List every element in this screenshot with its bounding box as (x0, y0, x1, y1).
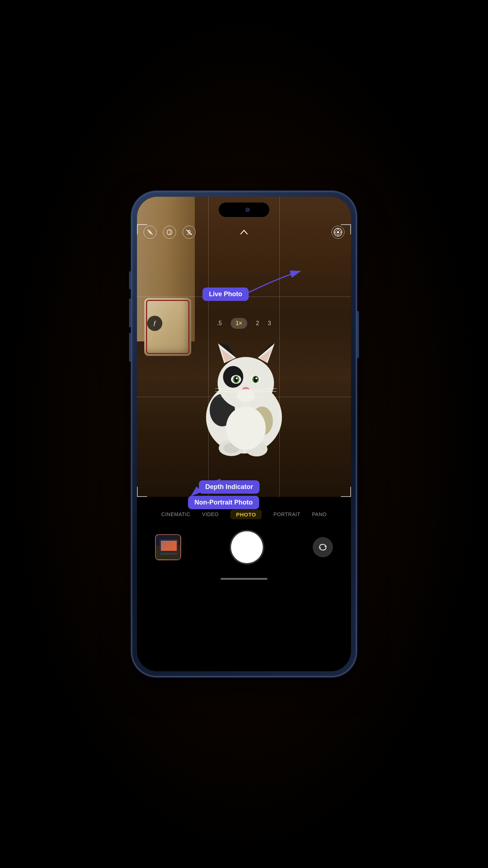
non-portrait-annotation: Non-Portrait Photo (188, 496, 259, 509)
shutter-area (137, 524, 351, 571)
svg-point-36 (337, 231, 339, 233)
svg-point-38 (338, 235, 339, 237)
svg-point-22 (256, 378, 257, 379)
depth-indicator-annotation: Depth Indicator (199, 480, 260, 494)
depth-aperture-button[interactable]: ƒ (147, 316, 162, 331)
phone-body: ƒ .5 1× 2 3 CINEMATIC VIDEO PHOTO PORTRA… (132, 192, 356, 676)
volume-up-button[interactable] (129, 298, 131, 327)
svg-point-37 (338, 228, 339, 229)
depth-icon-label: ƒ (153, 320, 157, 327)
camera-viewfinder[interactable]: ƒ .5 1× 2 3 (137, 197, 351, 497)
svg-point-20 (254, 376, 257, 382)
mute-button[interactable] (129, 271, 131, 289)
power-button[interactable] (357, 311, 359, 358)
camera-top-controls (137, 223, 351, 242)
svg-point-28 (237, 389, 255, 402)
zoom-05-button[interactable]: .5 (217, 320, 222, 327)
top-controls-group (144, 226, 196, 239)
svg-point-19 (234, 376, 238, 382)
volume-down-button[interactable] (129, 333, 131, 362)
dynamic-island (219, 203, 269, 217)
phone-frame: ƒ .5 1× 2 3 CINEMATIC VIDEO PHOTO PORTRA… (132, 192, 356, 676)
home-indicator (137, 571, 351, 587)
home-bar (221, 578, 267, 580)
expand-controls-button[interactable] (240, 228, 248, 237)
cat-subject (193, 323, 295, 461)
corner-bracket-br (341, 487, 351, 497)
svg-marker-48 (319, 548, 321, 549)
flash-button[interactable] (144, 226, 157, 239)
live-photo-button[interactable] (331, 226, 344, 239)
svg-point-29 (226, 407, 266, 450)
zoom-3x-button[interactable]: 3 (268, 320, 271, 327)
zoom-1x-button[interactable]: 1× (231, 318, 247, 329)
photo-thumbnail[interactable] (155, 534, 181, 560)
mode-pano[interactable]: PANO (312, 511, 327, 517)
phone-screen: ƒ .5 1× 2 3 CINEMATIC VIDEO PHOTO PORTRA… (137, 197, 351, 671)
svg-point-40 (341, 232, 342, 233)
flip-camera-button[interactable] (313, 537, 333, 557)
mode-portrait[interactable]: PORTRAIT (273, 511, 300, 517)
live-photo-annotation: Live Photo (202, 288, 249, 301)
shutter-button[interactable] (231, 531, 263, 563)
svg-point-21 (236, 378, 238, 379)
svg-rect-45 (160, 553, 177, 555)
corner-bracket-bl (137, 487, 147, 497)
zoom-2x-button[interactable]: 2 (256, 320, 259, 327)
zoom-controls: ƒ .5 1× 2 3 (137, 312, 351, 334)
hdr-button[interactable] (163, 226, 176, 239)
mode-video[interactable]: VIDEO (202, 511, 219, 517)
svg-point-39 (334, 232, 335, 233)
front-camera (245, 208, 250, 212)
mode-cinematic[interactable]: CINEMATIC (161, 511, 190, 517)
camera-bottom-ui: CINEMATIC VIDEO PHOTO PORTRAIT PANO (137, 505, 351, 671)
svg-rect-46 (161, 541, 177, 551)
portrait-mode-button[interactable] (183, 226, 196, 239)
thumbnail-preview (156, 535, 180, 559)
mode-photo[interactable]: PHOTO (230, 510, 262, 519)
